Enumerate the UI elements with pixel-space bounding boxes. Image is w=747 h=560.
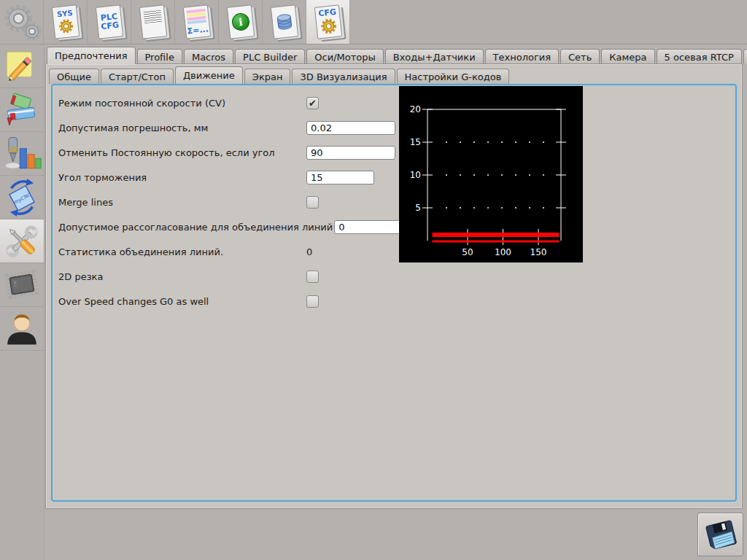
overspeed-g0-checkbox[interactable] [306,295,319,308]
text-lines [143,10,162,23]
svg-text:50: 50 [462,247,473,257]
tab-inputs-sensors[interactable]: Входы+Датчики [385,49,484,64]
user-icon [2,309,42,349]
form-row: Допустимая погрешность, мм [58,115,402,140]
database-document-button[interactable] [263,0,306,44]
colored-stripes [186,8,206,24]
field-label: Допустимая погрешность, мм [58,122,306,133]
gear-icon [57,17,74,34]
svg-text:5: 5 [415,203,421,213]
tools-icon [2,222,42,261]
drill-chart-icon [2,134,42,174]
merge-tolerance-input[interactable] [334,220,402,234]
form-row: Over Speed changes G0 as well [58,289,402,314]
save-settings-button[interactable] [697,513,743,556]
form-row: Merge lines [58,190,402,214]
plc-config-button[interactable]: PLC CFG [88,0,131,44]
tolerance-input[interactable] [306,121,395,135]
field-label: Угол торможения [58,172,306,183]
tab-profile[interactable]: Profile [137,49,182,64]
books-icon [2,90,42,130]
log-document-button[interactable] [131,0,175,44]
gears-icon [1,1,42,42]
sync-update-button[interactable]: myCNC [0,176,44,219]
info-document-icon: i [226,4,254,39]
cv-cancel-angle-input[interactable] [306,146,395,160]
plc-label: PLC CFG [98,12,119,32]
variables-document-button[interactable]: Σ=... [175,0,219,44]
svg-text:150: 150 [530,247,547,257]
tab-macros[interactable]: Macros [184,49,233,64]
field-label: Merge lines [58,197,306,208]
subtab-screen[interactable]: Экран [244,69,291,84]
svg-text:15: 15 [410,137,421,147]
field-label: Режим постоянной скорости (CV) [58,98,306,109]
tab-network[interactable]: Сеть [560,49,600,64]
subtab-start-stop[interactable]: Старт/Стоп [101,69,174,84]
floppy-disk-icon [702,516,740,553]
form-row: Статистика объединения линий. 0 [58,239,402,264]
user-profile-button[interactable] [0,307,44,351]
motion-settings-panel: Режим постоянной скорости (CV) Допустима… [51,84,737,502]
field-label: 2D резка [58,271,306,282]
form-row: Допустимое рассогласование для объединен… [58,214,402,239]
sys-config-button[interactable]: SYS [44,0,88,44]
svg-text:100: 100 [495,247,511,257]
cv-mode-checkbox[interactable] [306,97,319,109]
cutting-2d-checkbox[interactable] [306,271,319,283]
edit-note-button[interactable] [0,44,44,88]
tab-plc-builder[interactable]: PLC Builder [235,49,305,64]
subtab-motion[interactable]: Движение [175,66,243,84]
main-tab-bar: Предпочтения Profile Macros PLC Builder … [47,47,744,64]
text-document-icon [139,4,166,39]
tab-preferences[interactable]: Предпочтения [47,47,136,64]
left-sidebar: myCNC [0,44,44,560]
svg-text:20: 20 [410,104,421,114]
tool-statistics-button[interactable] [0,132,44,176]
chip-icon: CNC [2,265,42,305]
hardware-button[interactable]: CNC [0,263,44,307]
info-document-button[interactable]: i [219,0,263,44]
plc-document-icon: PLC CFG [95,4,123,39]
rotate-arrows-icon: myCNC [2,178,42,217]
subtab-general[interactable]: Общие [49,69,99,84]
documentation-button[interactable] [0,88,44,132]
info-icon: i [231,12,249,31]
database-document-icon [270,4,298,39]
top-toolbar: SYS PLC CFG Σ=... [0,0,747,44]
tab-gamepad[interactable]: Геймпад [743,49,747,64]
note-pencil-icon [2,47,42,86]
system-settings-button[interactable] [0,0,44,44]
preferences-pane: Общие Старт/Стоп Движение Экран 3D Визуа… [45,63,743,509]
sum-document-icon: Σ=... [182,4,210,39]
speed-profile-plot: 510152050100150 [399,86,583,262]
merge-stats-value: 0 [306,246,312,257]
database-icon [273,11,295,34]
field-label: Статистика объединения линий. [58,246,306,257]
cfg-config-button[interactable]: CFG [306,0,350,44]
tab-5axis-rtcp[interactable]: 5 осевая RTCP [657,49,742,64]
tab-axes-motors[interactable]: Оси/Моторы [306,49,383,64]
motion-settings-form: Режим постоянной скорости (CV) Допустима… [58,90,402,314]
gear-icon [319,16,338,35]
field-label: Отменить Постоянную скорость, если угол [58,147,306,158]
subtab-gcode-settings[interactable]: Настройки G-кодов [397,69,510,84]
configuration-tools-button[interactable] [0,219,44,263]
field-label: Допустимое рассогласование для объединен… [58,222,334,233]
sys-document-icon: SYS [51,4,79,39]
form-row: 2D резка [58,264,402,289]
tab-technology[interactable]: Технология [485,49,559,64]
subtab-3d-visualization[interactable]: 3D Визуализация [292,69,395,84]
sub-tab-bar: Общие Старт/Стоп Движение Экран 3D Визуа… [49,66,511,84]
form-row: Отменить Постоянную скорость, если угол [58,140,402,165]
tab-camera[interactable]: Камера [601,49,654,64]
field-label: Over Speed changes G0 as well [58,296,306,307]
svg-text:10: 10 [410,170,421,180]
merge-lines-checkbox[interactable] [306,196,319,209]
sum-label: Σ=... [186,24,208,36]
cfg-document-icon: CFG [314,4,341,39]
form-row: Режим постоянной скорости (CV) [58,90,402,115]
bookmark [7,117,12,125]
brake-angle-input[interactable] [306,171,374,184]
form-row: Угол торможения [58,165,402,190]
